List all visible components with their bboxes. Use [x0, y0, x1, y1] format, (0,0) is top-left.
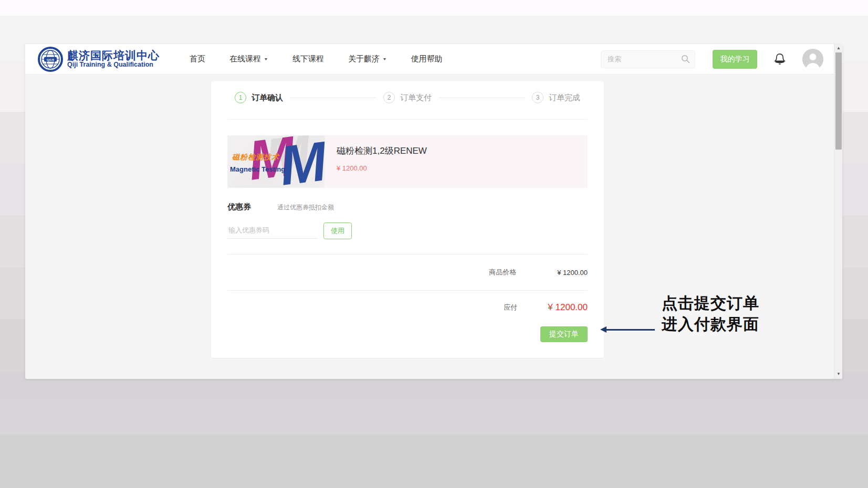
- nav-label: 在线课程: [229, 54, 261, 64]
- thumb-caption-cn: 磁粉检测技术: [232, 153, 279, 162]
- annotation-line2: 进入付款界面: [662, 314, 782, 335]
- submit-order-button[interactable]: 提交订单: [540, 326, 588, 342]
- product-row: M M M 磁粉检测技术 Magnetic Testing 磁粉检测1,2级RE…: [227, 135, 588, 188]
- search-box: [601, 50, 695, 68]
- step-order-pay: 2 订单支付: [383, 92, 432, 103]
- step-number: 3: [532, 92, 543, 103]
- logo-text: 麒济国际培训中心 Qiji Training & Qualification: [67, 50, 160, 68]
- my-learning-button[interactable]: 我的学习: [713, 50, 757, 69]
- product-price: ¥ 1200.00: [337, 164, 427, 172]
- scrollbar-thumb[interactable]: [835, 52, 842, 150]
- step-number: 1: [235, 92, 246, 103]
- nav-label: 关于麒济: [348, 54, 380, 64]
- nav-item-about[interactable]: 关于麒济 ▼: [340, 54, 395, 64]
- step-connector: [439, 98, 525, 98]
- price-summary-row: 商品价格 ¥ 1200.00: [227, 254, 588, 290]
- price-value: ¥ 1200.00: [557, 269, 588, 277]
- step-label: 订单确认: [252, 93, 283, 103]
- nav-label: 首页: [190, 54, 205, 64]
- nav-label: 使用帮助: [411, 54, 443, 64]
- search-icon[interactable]: [681, 55, 690, 63]
- annotation-line1: 点击提交订单: [662, 293, 782, 314]
- header-right: 我的学习: [601, 49, 823, 70]
- payable-value: ¥ 1200.00: [548, 302, 588, 313]
- order-confirmation-card: 1 订单确认 2 订单支付 3 订单完成 M M M 磁粉检测技术 Magnet…: [211, 81, 604, 358]
- svg-text:QIJI: QIJI: [47, 57, 55, 61]
- annotation-text: 点击提交订单 进入付款界面: [662, 293, 782, 335]
- step-label: 订单完成: [549, 93, 580, 103]
- notification-bell-icon[interactable]: [773, 52, 787, 66]
- thumb-caption-en: Magnetic Testing: [230, 165, 285, 173]
- product-info: 磁粉检测1,2级RENEW ¥ 1200.00: [325, 135, 427, 172]
- coupon-row: 使用: [227, 222, 588, 239]
- logo-title-cn: 麒济国际培训中心: [67, 50, 160, 61]
- payable-label: 应付: [504, 303, 517, 312]
- qiji-logo-icon: QIJI: [38, 47, 63, 72]
- nav-item-help[interactable]: 使用帮助: [403, 54, 451, 64]
- scroll-up-icon[interactable]: ▲: [834, 45, 842, 52]
- submit-row: 提交订单: [227, 326, 588, 342]
- coupon-apply-button[interactable]: 使用: [323, 222, 352, 239]
- nav-item-offline-courses[interactable]: 线下课程: [285, 54, 332, 64]
- site-logo[interactable]: QIJI 麒济国际培训中心 Qiji Training & Qualificat…: [38, 47, 160, 72]
- nav-item-online-courses[interactable]: 在线课程 ▼: [222, 54, 276, 64]
- main-nav: 首页 在线课程 ▼ 线下课程 关于麒济 ▼ 使用帮助: [177, 54, 455, 64]
- nav-label: 线下课程: [292, 54, 324, 64]
- coupon-label: 优惠券: [227, 202, 251, 212]
- payable-row: 应付 ¥ 1200.00: [227, 291, 588, 324]
- vertical-scrollbar[interactable]: ▲ ▼: [834, 44, 842, 379]
- scroll-down-icon[interactable]: ▼: [834, 370, 842, 378]
- step-number: 2: [383, 92, 395, 103]
- coupon-code-input[interactable]: [227, 223, 318, 239]
- chevron-down-icon: ▼: [382, 57, 387, 61]
- product-title: 磁粉检测1,2级RENEW: [337, 145, 427, 157]
- annotation-arrow: [600, 326, 655, 333]
- order-steps: 1 订单确认 2 订单支付 3 订单完成: [227, 81, 588, 120]
- thumb-letter: M: [277, 135, 325, 188]
- nav-item-home[interactable]: 首页: [182, 54, 213, 64]
- arrow-shaft: [605, 329, 655, 331]
- chevron-down-icon: ▼: [264, 57, 268, 61]
- user-avatar[interactable]: [802, 49, 823, 70]
- step-order-confirm: 1 订单确认: [235, 92, 283, 103]
- logo-title-en: Qiji Training & Qualification: [67, 61, 160, 68]
- step-connector: [290, 98, 376, 98]
- step-label: 订单支付: [400, 93, 432, 103]
- step-order-done: 3 订单完成: [532, 92, 580, 103]
- course-thumbnail: M M M 磁粉检测技术 Magnetic Testing: [227, 135, 325, 188]
- coupon-hint: 通过优惠券抵扣金额: [277, 203, 334, 212]
- coupon-section-header: 优惠券 通过优惠券抵扣金额: [227, 202, 588, 212]
- site-header: QIJI 麒济国际培训中心 Qiji Training & Qualificat…: [25, 44, 834, 75]
- price-label: 商品价格: [489, 268, 516, 277]
